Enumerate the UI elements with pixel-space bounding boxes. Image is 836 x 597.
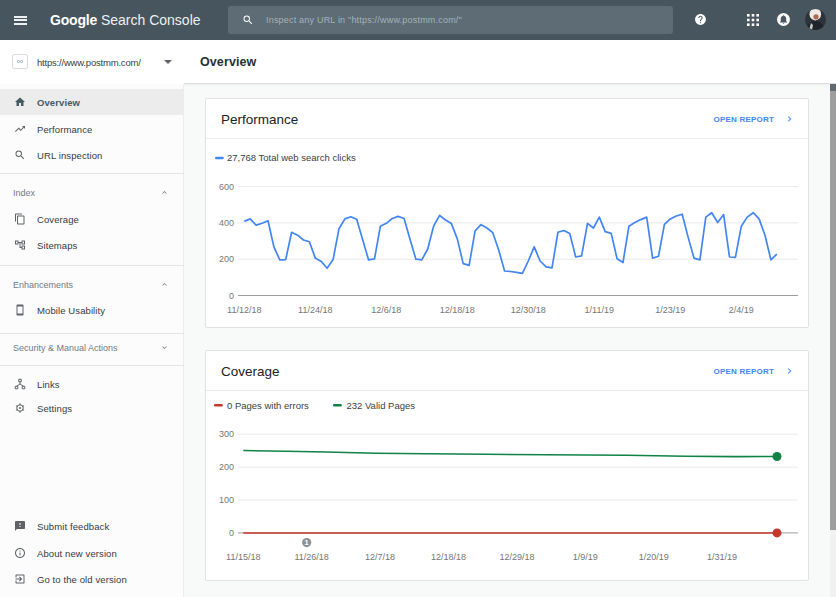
svg-text:12/18/18: 12/18/18 (440, 305, 475, 315)
svg-text:12/6/18: 12/6/18 (371, 305, 401, 315)
svg-text:1/20/19: 1/20/19 (639, 552, 669, 562)
svg-text:12/30/18: 12/30/18 (511, 305, 546, 315)
svg-text:0: 0 (229, 528, 234, 538)
svg-text:12/18/18: 12/18/18 (431, 552, 466, 562)
svg-text:12/7/18: 12/7/18 (365, 552, 395, 562)
svg-text:200: 200 (219, 462, 234, 472)
svg-text:2/4/19: 2/4/19 (729, 305, 754, 315)
svg-text:0: 0 (229, 291, 234, 301)
svg-text:232 Valid Pages: 232 Valid Pages (347, 400, 416, 411)
svg-text:1: 1 (305, 538, 309, 547)
svg-text:1/23/19: 1/23/19 (655, 305, 685, 315)
svg-text:600: 600 (219, 182, 234, 192)
svg-text:400: 400 (219, 218, 234, 228)
svg-text:12/29/18: 12/29/18 (499, 552, 534, 562)
svg-text:0 Pages with errors: 0 Pages with errors (227, 400, 309, 411)
svg-text:200: 200 (219, 254, 234, 264)
svg-text:11/24/18: 11/24/18 (298, 305, 332, 315)
svg-text:11/12/18: 11/12/18 (227, 305, 261, 315)
svg-text:27,768 Total web search clicks: 27,768 Total web search clicks (227, 152, 356, 163)
svg-text:1/11/19: 1/11/19 (585, 305, 614, 315)
svg-text:100: 100 (219, 495, 234, 505)
svg-text:11/15/18: 11/15/18 (226, 552, 260, 562)
svg-text:11/26/18: 11/26/18 (295, 552, 329, 562)
svg-text:300: 300 (219, 429, 234, 439)
svg-text:1/9/19: 1/9/19 (573, 552, 598, 562)
svg-text:1/31/19: 1/31/19 (707, 552, 737, 562)
